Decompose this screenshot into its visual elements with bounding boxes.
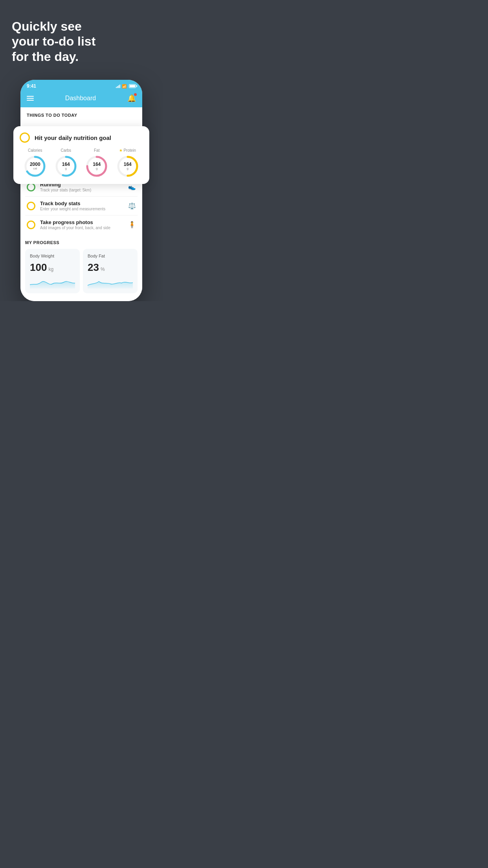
body-fat-card[interactable]: Body Fat 23 %	[83, 249, 138, 293]
signal-bars-icon	[116, 84, 120, 88]
shoe-icon: 👟	[128, 183, 136, 191]
calories-donut: 2000 cal	[24, 155, 46, 178]
hamburger-line-3	[27, 100, 34, 101]
signal-bar-3	[118, 85, 119, 88]
phone-wrapper: Hit your daily nutrition goal Calories 2…	[20, 80, 142, 301]
person-icon: 🧍	[128, 221, 136, 228]
battery-fill	[130, 85, 135, 87]
progress-photos-text: Take progress photos Add images of your …	[40, 219, 123, 230]
progress-photos-title: Take progress photos	[40, 219, 123, 225]
nav-title: Dashboard	[65, 95, 96, 102]
hamburger-line-2	[27, 98, 34, 99]
todo-item-track-body[interactable]: Track body stats Enter your weight and m…	[25, 197, 138, 215]
body-fat-card-value: 23 %	[88, 261, 133, 274]
things-to-do-header: THINGS TO DO TODAY	[20, 107, 142, 121]
nav-bar: Dashboard 🔔	[20, 91, 142, 107]
todo-item-progress-photos[interactable]: Take progress photos Add images of your …	[25, 215, 138, 234]
progress-cards: Body Weight 100 kg	[25, 249, 138, 301]
running-subtitle: Track your stats (target: 5km)	[40, 188, 123, 192]
nutrition-status-circle	[20, 132, 30, 143]
signal-bar-2	[117, 86, 118, 88]
nutrition-card: Hit your daily nutrition goal Calories 2…	[13, 126, 149, 184]
track-body-status-circle	[27, 202, 35, 210]
status-time: 9:41	[27, 83, 36, 89]
body-fat-number: 23	[88, 261, 99, 274]
protein-donut: 164 g	[116, 155, 139, 178]
calories-unit: cal	[30, 167, 40, 171]
carbs-donut: 164 g	[55, 155, 77, 178]
status-icons: 📶	[116, 84, 136, 88]
track-body-title: Track body stats	[40, 200, 123, 206]
status-bar: 9:41 📶	[20, 80, 142, 91]
hamburger-line-1	[27, 96, 34, 97]
body-fat-chart	[88, 277, 133, 289]
notification-bell-button[interactable]: 🔔	[127, 94, 136, 103]
protein-label: ★ Protein	[119, 148, 136, 153]
nutrition-card-title: Hit your daily nutrition goal	[35, 134, 111, 141]
body-weight-chart	[30, 277, 75, 289]
progress-photos-subtitle: Add images of your front, back, and side	[40, 226, 123, 230]
signal-bar-1	[116, 87, 117, 88]
progress-header: MY PROGRESS	[25, 240, 138, 245]
battery-icon	[129, 84, 136, 88]
hero-text: Quickly see your to-do list for the day.	[0, 0, 163, 72]
track-body-subtitle: Enter your weight and measurements	[40, 207, 123, 211]
wifi-icon: 📶	[122, 84, 127, 88]
nutrition-item-carbs: Carbs 164 g	[55, 148, 77, 178]
carbs-unit: g	[62, 167, 70, 171]
body-weight-card-title: Body Weight	[30, 254, 75, 258]
hamburger-menu-button[interactable]	[27, 96, 34, 101]
body-weight-number: 100	[30, 261, 47, 274]
progress-photos-status-circle	[27, 221, 35, 229]
fat-label: Fat	[94, 148, 99, 153]
body-fat-card-title: Body Fat	[88, 254, 133, 258]
notification-dot	[134, 93, 137, 96]
phone-frame: 9:41 📶 Dashboard	[20, 80, 142, 301]
todo-list: Running Track your stats (target: 5km) 👟…	[20, 178, 142, 234]
calories-label: Calories	[28, 148, 42, 153]
body-weight-card[interactable]: Body Weight 100 kg	[25, 249, 80, 293]
signal-bar-4	[119, 85, 120, 88]
fat-donut: 164 g	[85, 155, 108, 178]
nutrition-item-calories: Calories 2000 cal	[24, 148, 46, 178]
progress-section: MY PROGRESS Body Weight 100 kg	[20, 234, 142, 301]
protein-unit: g	[124, 167, 132, 171]
fat-unit: g	[93, 167, 101, 171]
nutrition-item-protein: ★ Protein 164 g	[116, 148, 139, 178]
nutrition-circles: Calories 2000 cal Carbs	[20, 148, 143, 178]
scale-icon: ⚖️	[128, 202, 136, 210]
nutrition-item-fat: Fat 164 g	[85, 148, 108, 178]
body-weight-unit: kg	[48, 267, 53, 272]
track-body-text: Track body stats Enter your weight and m…	[40, 200, 123, 211]
body-weight-card-value: 100 kg	[30, 261, 75, 274]
body-fat-unit: %	[101, 267, 105, 272]
carbs-label: Carbs	[61, 148, 71, 153]
star-icon: ★	[119, 148, 123, 153]
